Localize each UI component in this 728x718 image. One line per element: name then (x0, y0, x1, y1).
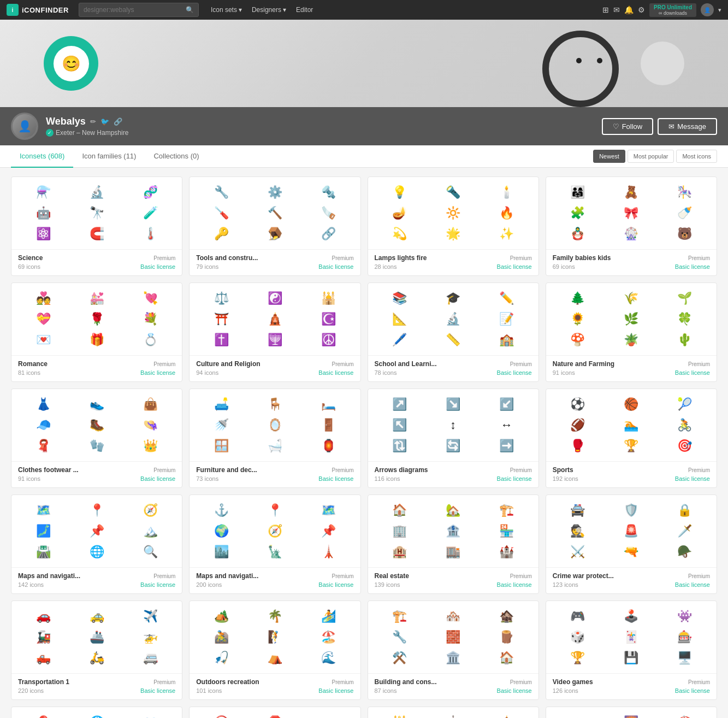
preview-icon: 🎡 (623, 225, 640, 243)
user-avatar[interactable]: 👤 (701, 3, 714, 16)
icon-set-card[interactable]: 👨‍👩‍👧🧸🎠🧩🎀🍼🪆🎡🐻Family babies kidsPremium69… (546, 176, 717, 276)
edit-icon[interactable]: ✏ (90, 117, 96, 126)
preview-icon: 🎠 (676, 184, 694, 201)
icon-set-card[interactable]: 💑💒💘💝🌹💐💌🎁💍RomancePremium81 iconsBasic lic… (11, 283, 182, 382)
preview-icon: 🗺️ (34, 502, 52, 519)
preview-icon: 🏘️ (445, 608, 462, 625)
nav-icon-sets[interactable]: Icon sets ▾ (206, 4, 246, 16)
twitter-icon[interactable]: 🐦 (100, 117, 109, 126)
nav-links: Icon sets ▾ Designers ▾ Editor (206, 4, 317, 16)
icon-set-card[interactable]: 🕌⛪🛕🗿🏯🏰⛩️🌆🌉PremiumiconsBasic license (368, 707, 539, 718)
icon-set-card[interactable]: 🏠🏡🏗️🏢🏦🏪🏨🏬🏰Real estatePremium139 iconsBas… (368, 495, 539, 594)
tab-collections[interactable]: Collections (0) (145, 145, 208, 168)
card-preview: 🏠🏡🏗️🏢🏦🏪🏨🏬🏰 (368, 495, 538, 567)
icon-set-card[interactable]: 🌲🌾🌱🌻🌿🍀🍄🪴🌵Nature and FarmingPremium91 ico… (546, 283, 717, 382)
icon-set-card[interactable]: 💡🔦🕯️🪔🔆🔥💫🌟✨Lamps lights firePremium28 ico… (368, 176, 539, 276)
icon-set-card[interactable]: 🚔🛡️🔒🕵️🚨🗡️⚔️🔫🪖Crime war protect...Premium… (546, 495, 717, 594)
preview-icon: 💐 (141, 310, 159, 328)
preview-icon: 🏗️ (498, 502, 516, 519)
icon-set-card[interactable]: 🚗🚕✈️🚂🚢🚁🛻🛵🚐Transportation 1Premium220 ico… (11, 601, 182, 700)
grid-icon[interactable]: ⊞ (602, 5, 609, 14)
message-button[interactable]: ✉ Message (658, 118, 717, 135)
tab-iconsets[interactable]: Iconsets (608) (11, 145, 73, 168)
preview-icon: 🎣 (212, 649, 230, 667)
search-input[interactable] (84, 6, 182, 14)
preview-icon: 💫 (391, 225, 409, 243)
icon-set-card[interactable]: 🗺️📍🧭🗾📌🏔️🛣️🌐🔍Maps and navigati...Premium1… (11, 495, 182, 594)
icon-set-card[interactable]: ⚗️🔬🧬🤖🔭🧪⚛️🧲🌡️SciencePremium69 iconsBasic … (11, 176, 182, 276)
notification-icon[interactable]: 🔔 (624, 5, 634, 14)
preview-icon: 🏰 (498, 543, 516, 561)
preview-icon: 💌 (34, 331, 52, 349)
card-premium-badge: Premium (153, 361, 175, 367)
icon-set-card[interactable]: ⚓📍🗺️🌍🧭📌🏙️🗽🗼Maps and navigati...Premium20… (189, 495, 360, 594)
icon-set-card[interactable]: 👗👟👜🧢🥾👒🧣🧤👑Clothes footwear ...Premium91 i… (11, 389, 182, 488)
preview-icon: 🏄 (319, 608, 337, 625)
card-preview: 🕌⛪🛕🗿🏯🏰⛩️🌆🌉 (368, 707, 538, 718)
card-title: Science (18, 254, 43, 262)
card-preview: 👨‍👩‍👧🧸🎠🧩🎀🍼🪆🎡🐻 (546, 177, 717, 249)
preview-icon: 🪞 (266, 416, 283, 434)
icon-set-card[interactable]: 🔧⚙️🔩🪛🔨🪚🔑🪤🔗Tools and constru...Premium79 … (189, 176, 360, 276)
icon-set-card[interactable]: 📚🎓✏️📐🔬📝🖊️📏🏫School and Learni...Premium78… (368, 283, 539, 382)
tab-icon-families[interactable]: Icon families (11) (73, 145, 145, 168)
nav-editor[interactable]: Editor (292, 4, 317, 16)
card-preview: 🏔️🌄🏖️🌅🌃🌁🌇🌊🏝️ (546, 707, 717, 718)
icon-set-card[interactable]: 🎮🕹️👾🎲🃏🎰🏆💾🖥️Video gamesPremium126 iconsBa… (546, 601, 717, 700)
preview-icon: 🧭 (266, 522, 283, 540)
icon-set-card[interactable]: 🏔️🌄🏖️🌅🌃🌁🌇🌊🏝️PremiumiconsBasic license (546, 707, 717, 718)
link-icon[interactable]: 🔗 (114, 117, 122, 126)
card-title: Outdoors recreation (196, 678, 259, 686)
card-title: Tools and constru... (196, 254, 258, 262)
icon-set-card[interactable]: ↗️↘️↙️↖️↕️↔️🔃🔄➡️Arrows diagramsPremium11… (368, 389, 539, 488)
card-count: 116 icons (375, 475, 400, 482)
card-license: Basic license (497, 687, 532, 694)
preview-icon: 🏠 (391, 502, 409, 519)
card-preview: 👗👟👜🧢🥾👒🧣🧤👑 (11, 389, 182, 461)
preview-icon: 🏊 (623, 416, 640, 434)
card-count: 81 icons (18, 369, 40, 376)
preview-icon: 🏆 (569, 649, 587, 667)
preview-icon: 🎲 (569, 628, 587, 646)
preview-icon: 🏖️ (676, 714, 694, 718)
preview-icon: 🚪 (319, 416, 337, 434)
preview-icon: ↔️ (319, 714, 337, 718)
card-license: Basic license (140, 687, 175, 694)
icon-set-card[interactable]: 🚫🛑↔️⬆️⬇️➡️⬅️↩️🔁PremiumiconsBasic license (189, 707, 360, 718)
card-premium-badge: Premium (332, 573, 353, 579)
nav-designers[interactable]: Designers ▾ (247, 4, 291, 16)
preview-icon: 💘 (141, 290, 159, 307)
tabs-bar: Iconsets (608) Icon families (11) Collec… (0, 145, 728, 168)
icon-set-card[interactable]: 🏕️🌴🏄🚵🧗🏖️🎣⛺🌊Outdoors recreationPremium101… (189, 601, 360, 700)
preview-icon: 🛑 (266, 714, 283, 718)
mail-icon[interactable]: ✉ (613, 5, 620, 14)
card-preview: 🏗️🏘️🏚️🔧🧱🪵⚒️🏛️🏠 (368, 601, 538, 673)
preview-icon: 🚗 (34, 608, 52, 625)
preview-icon: 🌾 (623, 290, 640, 307)
sort-most-popular[interactable]: Most popular (628, 150, 674, 163)
icon-set-card[interactable]: 🛋️🪑🛏️🚿🪞🚪🪟🛁🏮Furniture and dec...Premium73… (189, 389, 360, 488)
preview-icon: 🚿 (212, 416, 230, 434)
preview-icon: 🥾 (88, 416, 105, 434)
settings-icon[interactable]: ⚙ (638, 5, 645, 14)
preview-icon: 🏫 (498, 331, 516, 349)
banner-circle-right (641, 42, 684, 85)
preview-icon: 🛵 (88, 649, 105, 667)
logo-area[interactable]: i iCONFINDER (7, 4, 69, 16)
card-count: 69 icons (553, 263, 575, 270)
card-count: 91 icons (18, 475, 40, 482)
icon-set-card[interactable]: ⚽🏀🎾🏈🏊🚴🥊🏆🎯SportsPremium192 iconsBasic lic… (546, 389, 717, 488)
chevron-down-icon[interactable]: ▾ (718, 7, 721, 14)
sort-newest[interactable]: Newest (593, 150, 625, 163)
preview-icon: ✨ (498, 225, 516, 243)
icon-set-card[interactable]: ⚖️☯️🕌⛩️🛕☪️✝️🕎☮️Culture and ReligionPremi… (189, 283, 360, 382)
search-box[interactable]: 🔍 (79, 3, 199, 17)
card-info: Tools and constru...Premium79 iconsBasic… (190, 249, 360, 275)
icon-set-card[interactable]: 🎈🌐👥🔮🎪🎭🎨🎬🎤PremiumiconsBasic license (11, 707, 182, 718)
card-title: Crime war protect... (553, 572, 614, 580)
icon-set-card[interactable]: 🏗️🏘️🏚️🔧🧱🪵⚒️🏛️🏠Building and cons...Premiu… (368, 601, 539, 700)
preview-icon: 🗡️ (676, 522, 694, 540)
follow-button[interactable]: ♡ Follow (602, 118, 654, 135)
sort-most-icons[interactable]: Most icons (676, 150, 717, 163)
card-license: Basic license (318, 475, 353, 482)
